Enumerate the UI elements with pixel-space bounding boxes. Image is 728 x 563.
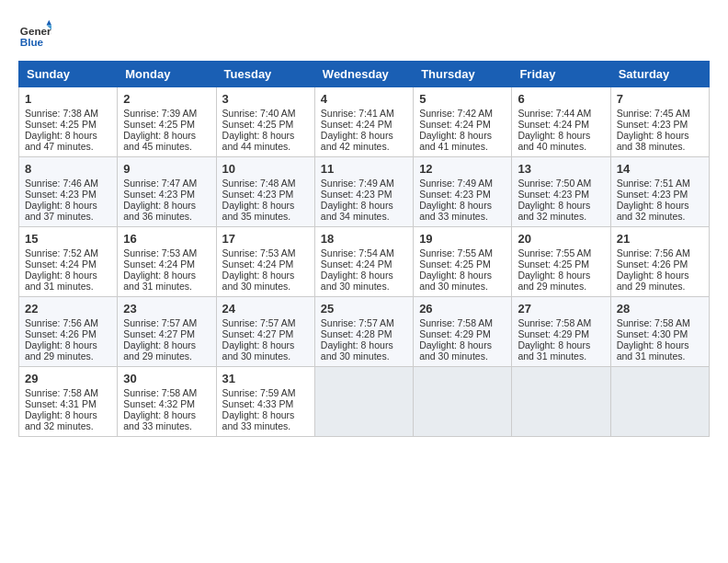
daylight-text: Daylight: 8 hours and 37 minutes.: [25, 200, 97, 222]
calendar-cell: 15Sunrise: 7:52 AMSunset: 4:24 PMDayligh…: [19, 227, 118, 297]
sunset-text: Sunset: 4:24 PM: [25, 259, 97, 270]
sunrise-text: Sunrise: 7:38 AM: [25, 108, 98, 119]
sunrise-text: Sunrise: 7:52 AM: [25, 247, 98, 259]
daylight-text: Daylight: 8 hours and 45 minutes.: [123, 130, 196, 152]
daylight-text: Daylight: 8 hours and 32 minutes.: [25, 409, 97, 431]
sunset-text: Sunset: 4:24 PM: [321, 259, 392, 270]
sunset-text: Sunset: 4:25 PM: [123, 119, 195, 130]
daylight-text: Daylight: 8 hours and 47 minutes.: [25, 130, 97, 152]
daylight-text: Daylight: 8 hours and 29 minutes.: [617, 270, 689, 292]
calendar-cell: 8Sunrise: 7:46 AMSunset: 4:23 PMDaylight…: [19, 157, 118, 227]
daylight-text: Daylight: 8 hours and 36 minutes.: [123, 200, 196, 222]
calendar-cell: [610, 367, 709, 437]
sunrise-text: Sunrise: 7:39 AM: [123, 108, 197, 119]
sunrise-text: Sunrise: 7:45 AM: [617, 108, 690, 119]
calendar-cell: 7Sunrise: 7:45 AMSunset: 4:23 PMDaylight…: [610, 87, 709, 157]
calendar-cell: 3Sunrise: 7:40 AMSunset: 4:25 PMDaylight…: [216, 87, 314, 157]
sunrise-text: Sunrise: 7:47 AM: [123, 178, 197, 189]
col-header-monday: Monday: [118, 62, 216, 87]
sunrise-text: Sunrise: 7:55 AM: [419, 247, 493, 259]
day-number: 14: [617, 162, 703, 176]
daylight-text: Daylight: 8 hours and 42 minutes.: [321, 130, 393, 152]
day-number: 25: [321, 302, 407, 316]
sunrise-text: Sunrise: 7:50 AM: [518, 178, 591, 189]
sunrise-text: Sunrise: 7:59 AM: [222, 387, 296, 398]
daylight-text: Daylight: 8 hours and 44 minutes.: [222, 130, 295, 152]
day-number: 5: [419, 92, 506, 106]
sunset-text: Sunset: 4:29 PM: [419, 328, 491, 339]
sunrise-text: Sunrise: 7:56 AM: [25, 317, 98, 328]
day-number: 9: [123, 162, 210, 176]
daylight-text: Daylight: 8 hours and 31 minutes.: [518, 339, 590, 362]
sunrise-text: Sunrise: 7:44 AM: [518, 108, 591, 119]
day-number: 21: [617, 232, 703, 246]
day-number: 15: [25, 232, 111, 246]
sunrise-text: Sunrise: 7:51 AM: [617, 178, 690, 189]
day-number: 13: [518, 162, 604, 176]
day-number: 19: [419, 232, 506, 246]
daylight-text: Daylight: 8 hours and 30 minutes.: [222, 339, 295, 362]
sunset-text: Sunset: 4:26 PM: [617, 259, 688, 270]
day-number: 20: [518, 232, 604, 246]
logo: General Blue: [18, 18, 51, 52]
calendar-cell: 29Sunrise: 7:58 AMSunset: 4:31 PMDayligh…: [19, 367, 118, 437]
daylight-text: Daylight: 8 hours and 30 minutes.: [321, 339, 393, 362]
calendar-cell: 27Sunrise: 7:58 AMSunset: 4:29 PMDayligh…: [512, 297, 610, 367]
sunset-text: Sunset: 4:24 PM: [123, 259, 195, 270]
calendar-cell: 2Sunrise: 7:39 AMSunset: 4:25 PMDaylight…: [118, 87, 216, 157]
calendar-cell: 13Sunrise: 7:50 AMSunset: 4:23 PMDayligh…: [512, 157, 610, 227]
daylight-text: Daylight: 8 hours and 33 minutes.: [123, 409, 196, 431]
sunrise-text: Sunrise: 7:42 AM: [419, 108, 493, 119]
daylight-text: Daylight: 8 hours and 30 minutes.: [321, 270, 393, 292]
sunset-text: Sunset: 4:24 PM: [419, 119, 491, 130]
logo-icon: General Blue: [18, 18, 51, 52]
calendar-table: SundayMondayTuesdayWednesdayThursdayFrid…: [18, 61, 710, 437]
calendar-cell: 19Sunrise: 7:55 AMSunset: 4:25 PMDayligh…: [414, 227, 512, 297]
day-number: 31: [222, 372, 309, 385]
calendar-cell: 26Sunrise: 7:58 AMSunset: 4:29 PMDayligh…: [414, 297, 512, 367]
sunrise-text: Sunrise: 7:57 AM: [222, 317, 296, 328]
daylight-text: Daylight: 8 hours and 40 minutes.: [518, 130, 590, 152]
daylight-text: Daylight: 8 hours and 41 minutes.: [419, 130, 492, 152]
week-row-2: 8Sunrise: 7:46 AMSunset: 4:23 PMDaylight…: [19, 157, 710, 227]
sunset-text: Sunset: 4:33 PM: [222, 398, 294, 409]
calendar-cell: 17Sunrise: 7:53 AMSunset: 4:24 PMDayligh…: [216, 227, 314, 297]
calendar-cell: 9Sunrise: 7:47 AMSunset: 4:23 PMDaylight…: [118, 157, 216, 227]
calendar-cell: 25Sunrise: 7:57 AMSunset: 4:28 PMDayligh…: [314, 297, 413, 367]
calendar-cell: 4Sunrise: 7:41 AMSunset: 4:24 PMDaylight…: [314, 87, 413, 157]
calendar-cell: 21Sunrise: 7:56 AMSunset: 4:26 PMDayligh…: [610, 227, 709, 297]
calendar-cell: 6Sunrise: 7:44 AMSunset: 4:24 PMDaylight…: [512, 87, 610, 157]
calendar-cell: 30Sunrise: 7:58 AMSunset: 4:32 PMDayligh…: [118, 367, 216, 437]
calendar-cell: 20Sunrise: 7:55 AMSunset: 4:25 PMDayligh…: [512, 227, 610, 297]
col-header-wednesday: Wednesday: [314, 62, 413, 87]
daylight-text: Daylight: 8 hours and 31 minutes.: [617, 339, 689, 362]
col-header-saturday: Saturday: [610, 62, 709, 87]
calendar-cell: 28Sunrise: 7:58 AMSunset: 4:30 PMDayligh…: [610, 297, 709, 367]
calendar-cell: 14Sunrise: 7:51 AMSunset: 4:23 PMDayligh…: [610, 157, 709, 227]
sunrise-text: Sunrise: 7:56 AM: [617, 247, 690, 259]
sunset-text: Sunset: 4:24 PM: [518, 119, 589, 130]
day-number: 22: [25, 302, 111, 316]
calendar-cell: 16Sunrise: 7:53 AMSunset: 4:24 PMDayligh…: [118, 227, 216, 297]
week-row-5: 29Sunrise: 7:58 AMSunset: 4:31 PMDayligh…: [19, 367, 710, 437]
daylight-text: Daylight: 8 hours and 32 minutes.: [617, 200, 689, 222]
sunset-text: Sunset: 4:23 PM: [321, 189, 392, 200]
day-number: 6: [518, 92, 604, 106]
sunrise-text: Sunrise: 7:53 AM: [123, 247, 197, 259]
day-number: 30: [123, 372, 210, 385]
day-number: 18: [321, 232, 407, 246]
sunset-text: Sunset: 4:24 PM: [222, 259, 294, 270]
calendar-cell: 1Sunrise: 7:38 AMSunset: 4:25 PMDaylight…: [19, 87, 118, 157]
day-number: 10: [222, 162, 309, 176]
day-number: 8: [25, 162, 111, 176]
calendar-cell: 23Sunrise: 7:57 AMSunset: 4:27 PMDayligh…: [118, 297, 216, 367]
sunset-text: Sunset: 4:25 PM: [419, 259, 491, 270]
sunset-text: Sunset: 4:26 PM: [25, 328, 97, 339]
sunset-text: Sunset: 4:23 PM: [419, 189, 491, 200]
sunrise-text: Sunrise: 7:46 AM: [25, 178, 98, 189]
daylight-text: Daylight: 8 hours and 34 minutes.: [321, 200, 393, 222]
col-header-thursday: Thursday: [414, 62, 512, 87]
sunset-text: Sunset: 4:28 PM: [321, 328, 392, 339]
sunset-text: Sunset: 4:27 PM: [123, 328, 195, 339]
day-number: 12: [419, 162, 506, 176]
